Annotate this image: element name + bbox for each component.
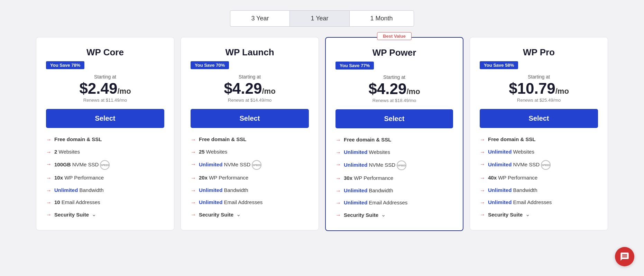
- feature-item: → Unlimited NVMe SSD SPEED: [191, 160, 309, 170]
- feature-text: 2 Websites: [54, 148, 80, 155]
- feature-item: → Security Suite ⌄: [46, 211, 164, 219]
- feature-text: Unlimited Websites: [344, 148, 390, 156]
- feature-text: 40x WP Performance: [488, 174, 537, 181]
- feature-text: Unlimited Email Addresses: [488, 199, 552, 206]
- feature-item: → 40x WP Performance: [480, 174, 598, 182]
- feature-text: Free domain & SSL: [344, 136, 392, 143]
- feature-item: → 100GB NVMe SSD SPEED: [46, 160, 164, 170]
- period-btn-1-month[interactable]: 1 Month: [349, 10, 414, 27]
- starting-at-label: Starting at: [480, 74, 598, 80]
- arrow-icon: →: [480, 136, 485, 144]
- security-suite-row[interactable]: Security Suite ⌄: [488, 211, 530, 218]
- plan-card-wp-pro: WP Pro You Save 58% Starting at $10.79/m…: [470, 37, 608, 230]
- select-button[interactable]: Select: [335, 109, 453, 128]
- feature-item: → Free domain & SSL: [46, 136, 164, 144]
- plan-price: $10.79/mo: [480, 80, 598, 97]
- arrow-icon: →: [335, 175, 341, 182]
- arrow-icon: →: [191, 199, 196, 206]
- period-toggle: 3 Year1 Year1 Month: [14, 10, 630, 27]
- feature-item: → 20x WP Performance: [191, 174, 309, 182]
- feature-list: → Free domain & SSL → 2 Websites → 100GB…: [46, 136, 164, 219]
- feature-text: 20x WP Performance: [199, 174, 248, 181]
- arrow-icon: →: [480, 211, 485, 219]
- select-button[interactable]: Select: [480, 109, 598, 128]
- arrow-icon: →: [335, 149, 341, 156]
- chevron-down-icon: ⌄: [381, 211, 386, 219]
- security-suite-row[interactable]: Security Suite ⌄: [344, 211, 386, 219]
- plan-price: $2.49/mo: [46, 80, 164, 97]
- feature-text: Unlimited Bandwidth: [54, 186, 104, 194]
- feature-item: → Security Suite ⌄: [480, 211, 598, 219]
- feature-text: Unlimited NVMe SSD SPEED: [199, 160, 261, 170]
- chat-button[interactable]: [615, 247, 634, 266]
- arrow-icon: →: [191, 174, 196, 182]
- feature-item: → Security Suite ⌄: [335, 211, 453, 219]
- plan-name: WP Core: [46, 47, 164, 58]
- arrow-icon: →: [191, 136, 196, 144]
- arrow-icon: →: [480, 199, 485, 206]
- arrow-icon: →: [191, 187, 196, 194]
- feature-item: → Unlimited NVMe SSD SPEED: [335, 160, 453, 170]
- arrow-icon: →: [480, 160, 485, 168]
- feature-text: Unlimited Bandwidth: [344, 187, 393, 194]
- plan-price: $4.29/mo: [335, 81, 453, 97]
- plan-card-wp-launch: WP Launch You Save 70% Starting at $4.29…: [181, 37, 319, 230]
- arrow-icon: →: [46, 136, 52, 144]
- feature-item: → 2 Websites: [46, 148, 164, 156]
- you-save-badge: You Save 70%: [191, 61, 309, 74]
- arrow-icon: →: [335, 199, 341, 207]
- arrow-icon: →: [480, 148, 485, 156]
- arrow-icon: →: [191, 160, 196, 168]
- feature-item: → 10x WP Performance: [46, 174, 164, 182]
- plan-name: WP Power: [335, 47, 453, 58]
- plan-card-wp-core: WP Core You Save 78% Starting at $2.49/m…: [36, 37, 174, 230]
- you-save-badge: You Save 78%: [46, 61, 164, 74]
- feature-text: Free domain & SSL: [488, 136, 536, 143]
- feature-item: → Unlimited NVMe SSD SPEED: [480, 160, 598, 170]
- arrow-icon: →: [335, 161, 341, 168]
- starting-at-label: Starting at: [191, 74, 309, 80]
- period-btn-1-year[interactable]: 1 Year: [289, 10, 349, 27]
- feature-item: → Unlimited Bandwidth: [46, 186, 164, 194]
- plan-name: WP Pro: [480, 47, 598, 58]
- feature-text: Unlimited NVMe SSD SPEED: [488, 160, 551, 170]
- chevron-down-icon: ⌄: [525, 211, 530, 218]
- plan-card-wp-power: Best Value WP Power You Save 77% Startin…: [325, 37, 463, 231]
- arrow-icon: →: [335, 187, 341, 195]
- feature-item: → Unlimited Websites: [480, 148, 598, 156]
- feature-text: 10x WP Performance: [54, 174, 104, 181]
- renews-at: Renews at $18.49/mo: [335, 98, 453, 103]
- speed-icon: SPEED: [397, 160, 406, 170]
- you-save-badge: You Save 77%: [335, 62, 453, 74]
- speed-icon: SPEED: [252, 160, 261, 170]
- feature-text: Unlimited Bandwidth: [199, 186, 248, 194]
- feature-text: Security Suite ⌄: [344, 211, 386, 219]
- arrow-icon: →: [46, 211, 52, 219]
- feature-text: Security Suite ⌄: [488, 211, 530, 218]
- feature-item: → Unlimited Bandwidth: [480, 186, 598, 194]
- feature-list: → Free domain & SSL → Unlimited Websites…: [480, 136, 598, 219]
- feature-item: → Unlimited Bandwidth: [191, 186, 309, 194]
- security-suite-row[interactable]: Security Suite ⌄: [54, 211, 96, 218]
- arrow-icon: →: [46, 199, 52, 206]
- feature-text: Unlimited NVMe SSD SPEED: [344, 160, 406, 170]
- feature-text: Unlimited Websites: [488, 148, 534, 155]
- feature-text: 25 Websites: [199, 148, 227, 155]
- chevron-down-icon: ⌄: [92, 211, 96, 218]
- select-button[interactable]: Select: [46, 109, 164, 128]
- select-button[interactable]: Select: [191, 109, 309, 128]
- feature-item: → Security Suite ⌄: [191, 211, 309, 219]
- arrow-icon: →: [46, 187, 52, 194]
- starting-at-label: Starting at: [46, 74, 164, 80]
- arrow-icon: →: [335, 211, 341, 219]
- arrow-icon: →: [191, 211, 196, 219]
- feature-item: → Unlimited Bandwidth: [335, 187, 453, 195]
- arrow-icon: →: [480, 187, 485, 194]
- security-suite-row[interactable]: Security Suite ⌄: [199, 211, 241, 218]
- plan-price: $4.29/mo: [191, 80, 309, 97]
- renews-at: Renews at $25.49/mo: [480, 98, 598, 103]
- feature-text: Security Suite ⌄: [54, 211, 96, 218]
- chevron-down-icon: ⌄: [236, 211, 241, 218]
- feature-item: → Unlimited Email Addresses: [480, 199, 598, 206]
- period-btn-3-year[interactable]: 3 Year: [230, 10, 289, 27]
